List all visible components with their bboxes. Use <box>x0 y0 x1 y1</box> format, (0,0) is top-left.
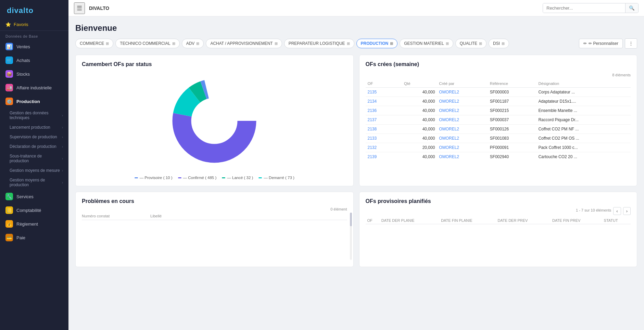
tab-icon-adv: ⊞ <box>196 41 199 46</box>
hamburger-button[interactable]: ☰ <box>74 2 85 14</box>
personnaliser-button[interactable]: ✏ ✏ Personnaliser <box>579 39 623 48</box>
submenu-moyens-production[interactable]: Gestion moyens de production › <box>0 175 68 190</box>
main-content: ☰ DIVALTO 🔍 Bienvenue COMMERCE ⊞ TECHNIC… <box>68 0 644 330</box>
cell-designation: Pack Coffret 1000 c... <box>536 143 631 152</box>
submenu-donnees-techniques[interactable]: Gestion des données techniques › <box>0 108 68 123</box>
logo-text: divalto <box>7 6 34 15</box>
tab-icon-gestion: ⊞ <box>446 41 449 46</box>
tab-icon-qualite: ⊞ <box>479 41 482 46</box>
tab-production[interactable]: PRODUCTION ⊞ <box>356 39 398 48</box>
cell-of: 2136 <box>366 106 393 115</box>
submenu-supervision-production[interactable]: Supervision de production › <box>0 132 68 142</box>
cell-cree-par: OMOREL2 <box>437 97 488 106</box>
favorites-link[interactable]: ⭐ Favoris <box>0 20 68 31</box>
cell-reference: SF000215 <box>488 106 536 115</box>
chevron-icon: › <box>62 145 63 149</box>
legend-dot-confirme <box>178 177 181 178</box>
sidebar-item-comptabilite[interactable]: 📒 Comptabilité <box>0 203 68 217</box>
sidebar-item-stocks[interactable]: 📦 Stocks <box>0 67 68 81</box>
cell-empty <box>393 106 402 115</box>
cell-qty: 40,000 <box>402 88 437 97</box>
sidebar-item-achats[interactable]: 🛒 Achats <box>0 53 68 67</box>
tab-preparateur[interactable]: PREPARATEUR LOGISTIQUE ⊞ <box>284 39 354 48</box>
cell-designation: Cartouche CO2 20 ... <box>536 152 631 162</box>
problemes-count: 0 élément <box>82 207 347 211</box>
sidebar-label-affaire: Affaire industrielle <box>16 85 52 90</box>
sidebar-item-ventes[interactable]: 📊 Ventes <box>0 40 68 53</box>
sidebar-label-achats: Achats <box>16 58 30 63</box>
ofs-provisoires-table: OF DATE DER PLANIE DATE FIN PLANIE DATE … <box>366 217 631 224</box>
pagination-prev[interactable]: ‹ <box>613 207 621 215</box>
sidebar-label-production: Production <box>16 99 40 104</box>
submenu-sous-traitance[interactable]: Sous-traitance de production › <box>0 151 68 166</box>
widgets-row-2: Problèmes en cours 0 élément Numéro cons… <box>75 192 637 267</box>
more-button[interactable]: ⋮ <box>625 38 637 49</box>
tab-label-technico: TECHNICO COMMERCIAL <box>120 41 170 46</box>
chevron-icon: › <box>62 181 63 185</box>
cell-qty: 40,000 <box>402 97 437 106</box>
scroll-thumb <box>350 213 352 226</box>
submenu-moyens-mesure[interactable]: Gestion moyens de mesure › <box>0 166 68 175</box>
problemes-title: Problèmes en cours <box>82 198 347 204</box>
content-area: Bienvenue COMMERCE ⊞ TECHNICO COMMERCIAL… <box>68 16 644 330</box>
prov-col-of: OF <box>366 217 380 224</box>
sidebar-item-paie[interactable]: 💳 Paie <box>0 231 68 244</box>
sidebar-item-services[interactable]: 🔧 Services <box>0 190 68 203</box>
tab-actions: ✏ ✏ Personnaliser ⋮ <box>579 38 637 49</box>
tab-icon-technico: ⊞ <box>172 41 175 46</box>
sidebar-item-affaire[interactable]: 🏭 Affaire industrielle <box>0 81 68 94</box>
legend-label-provisoire: — Provisoire ( 10 ) <box>140 176 173 180</box>
legend-demarre: — Demarré ( 73 ) <box>258 176 294 180</box>
cell-cree-par: OMOREL2 <box>437 134 488 143</box>
tab-adv[interactable]: ADV ⊞ <box>182 39 204 48</box>
legend-label-confirme: — Confirmé ( 485 ) <box>183 176 217 180</box>
cell-cree-par: OMOREL2 <box>437 106 488 115</box>
cell-of: 2138 <box>366 125 393 134</box>
tab-dsi[interactable]: DSI ⊞ <box>489 39 509 48</box>
tab-icon-achat: ⊞ <box>275 41 278 46</box>
cell-cree-par: OMOREL2 <box>437 115 488 125</box>
tab-qualite[interactable]: QUALITE ⊞ <box>455 39 487 48</box>
search-button[interactable]: 🔍 <box>625 3 638 13</box>
sidebar-item-reglement[interactable]: 💰 Règlement <box>0 217 68 231</box>
pagination-next[interactable]: › <box>623 207 631 215</box>
tab-label-adv: ADV <box>186 41 195 46</box>
star-icon: ⭐ <box>5 22 11 27</box>
prov-col-date-fin-plan: DATE FIN PLANIE <box>439 217 496 224</box>
submenu-declaration-production[interactable]: Déclaration de production › <box>0 142 68 151</box>
submenu-lancement-production[interactable]: Lancement production › <box>0 123 68 132</box>
cell-designation: Coffret CO2 PM NF ... <box>536 125 631 134</box>
cell-qty: 40,000 <box>402 134 437 143</box>
col-of: OF <box>366 80 393 88</box>
topbar: ☰ DIVALTO 🔍 <box>68 0 644 16</box>
legend-confirme: — Confirmé ( 485 ) <box>178 176 217 180</box>
tab-commerce[interactable]: COMMERCE ⊞ <box>75 39 113 48</box>
tab-gestion[interactable]: GESTION MATERIEL ⊞ <box>400 39 453 48</box>
legend-provisoire: — Provisoire ( 10 ) <box>135 176 173 180</box>
scroll-indicator <box>350 213 352 260</box>
table-row: 2136 40,000 OMOREL2 SF000215 Ensemble Ma… <box>366 106 631 115</box>
tab-technico[interactable]: TECHNICO COMMERCIAL ⊞ <box>115 39 179 48</box>
cell-qty: 40,000 <box>402 152 437 162</box>
chevron-icon: › <box>62 135 63 139</box>
search-input[interactable] <box>543 3 625 13</box>
ofs-count: 8 éléments <box>366 73 631 77</box>
prov-col-date-der-prev: DATE DER PREV <box>496 217 551 224</box>
tab-icon-production: ⊞ <box>390 41 393 46</box>
col-reference: Référence <box>488 80 536 88</box>
col-cree-par: Créé par <box>437 80 488 88</box>
chevron-icon: › <box>62 114 63 117</box>
cell-reference: SF000037 <box>488 115 536 125</box>
legend-dot-provisoire <box>135 177 138 178</box>
cell-empty <box>393 125 402 134</box>
sidebar-item-production[interactable]: ⚙️ Production <box>0 94 68 108</box>
cell-of: 2134 <box>366 97 393 106</box>
chevron-icon: › <box>62 157 63 161</box>
sidebar-label-reglement: Règlement <box>16 221 38 227</box>
cell-of: 2139 <box>366 152 393 162</box>
cell-of: 2132 <box>366 143 393 152</box>
cell-empty <box>393 134 402 143</box>
tab-achat[interactable]: ACHAT / APPROVISIONNEMENT ⊞ <box>206 39 282 48</box>
ventes-icon: 📊 <box>5 43 13 50</box>
pagination-controls: 1 - 7 sur 10 éléments ‹ › <box>576 207 631 215</box>
